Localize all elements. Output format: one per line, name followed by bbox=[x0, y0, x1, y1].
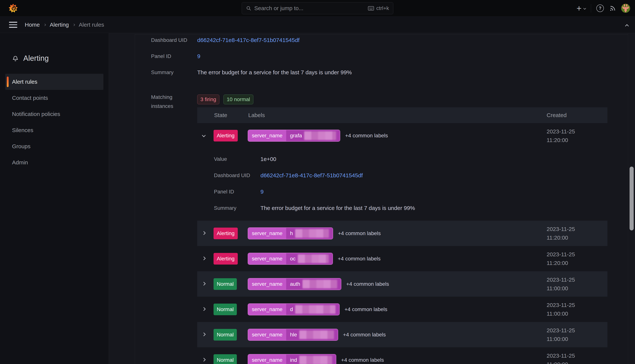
created-timestamp: 2023-11-2511:00:00 bbox=[546, 326, 575, 343]
normal-count-badge: 10 normal bbox=[224, 94, 253, 104]
column-header-created: Created bbox=[546, 112, 567, 118]
common-labels: +4 common labels bbox=[338, 256, 380, 262]
sidebar-item-admin[interactable]: Admin bbox=[5, 154, 104, 170]
new-button[interactable]: + bbox=[576, 4, 586, 12]
scrollbar bbox=[628, 33, 635, 364]
sidebar-nav: Alert rules Contact points Notification … bbox=[0, 74, 109, 170]
sidebar: Alerting Alert rules Contact points Noti… bbox=[0, 33, 109, 364]
common-labels: +4 common labels bbox=[346, 281, 389, 287]
field-label: Dashboard UID bbox=[151, 36, 197, 44]
created-timestamp: 2023-11-2511:20:00 bbox=[546, 127, 575, 144]
created-timestamp: 2023-11-2511:00:00 bbox=[546, 301, 575, 318]
column-header-labels: Labels bbox=[248, 112, 265, 118]
table-row[interactable]: Alerting server_name oc +4 common labels… bbox=[197, 246, 608, 271]
table-row[interactable]: Alerting server_name grafa +4 common lab… bbox=[197, 123, 608, 221]
help-icon[interactable]: ? bbox=[596, 4, 604, 12]
breadcrumb-home[interactable]: Home bbox=[25, 22, 40, 28]
search-placeholder: Search or jump to... bbox=[254, 5, 365, 12]
table-row[interactable]: Normal server_name hle +4 common labels … bbox=[197, 322, 608, 347]
label-pill[interactable]: server_name d bbox=[248, 304, 340, 316]
nav-actions: + ? bbox=[576, 0, 630, 16]
avatar[interactable] bbox=[621, 4, 630, 13]
summary-value: The error budget for a service for the l… bbox=[260, 204, 415, 212]
sidebar-item-alert-rules[interactable]: Alert rules bbox=[5, 74, 104, 90]
chevron-right-icon[interactable] bbox=[202, 332, 206, 336]
label-pill[interactable]: server_name hle bbox=[248, 329, 338, 341]
sidebar-item-contact-points[interactable]: Contact points bbox=[5, 90, 104, 106]
common-labels: +4 common labels bbox=[344, 306, 387, 312]
field-label: Panel ID bbox=[151, 52, 197, 60]
instance-details: Value 1e+00 Dashboard UID d66242cf-71e8-… bbox=[214, 155, 415, 220]
scrollbar-thumb[interactable] bbox=[630, 166, 634, 230]
status-badge: Alerting bbox=[214, 253, 238, 264]
common-labels: +4 common labels bbox=[338, 230, 381, 236]
label-pill[interactable]: server_name h bbox=[248, 228, 333, 240]
redacted-label bbox=[298, 254, 329, 263]
status-badge: Normal bbox=[214, 278, 237, 290]
redacted-label bbox=[295, 305, 336, 314]
rule-detail-fields: Dashboard UID d66242cf-71e8-417c-8ef7-51… bbox=[151, 36, 352, 84]
label-pill[interactable]: server_name oc bbox=[248, 253, 333, 265]
grafana-logo[interactable] bbox=[8, 4, 18, 13]
search-icon bbox=[246, 6, 251, 11]
table-row[interactable]: Normal server_name ind +4 common labels … bbox=[197, 347, 608, 364]
chevron-right-icon[interactable] bbox=[202, 358, 206, 362]
panel-id-link[interactable]: 9 bbox=[260, 188, 264, 195]
dashboard-uid-link[interactable]: d66242cf-71e8-417c-8ef7-51b0741545df bbox=[260, 172, 363, 178]
column-header-state: State bbox=[214, 112, 227, 118]
chevron-up-icon[interactable] bbox=[625, 24, 629, 28]
breadcrumb: Home Alerting Alert rules bbox=[25, 22, 104, 28]
created-timestamp: 2023-11-2511:20:00 bbox=[546, 225, 575, 242]
redacted-label bbox=[295, 229, 329, 238]
menu-icon[interactable] bbox=[9, 22, 17, 28]
breadcrumb-bar: Home Alerting Alert rules bbox=[0, 16, 635, 33]
matching-instances-label: Matching instances bbox=[151, 93, 188, 111]
label-pill[interactable]: server_name auth bbox=[248, 278, 341, 290]
plus-icon: + bbox=[576, 4, 582, 12]
breadcrumb-current: Alert rules bbox=[79, 22, 104, 28]
status-badge: Normal bbox=[214, 329, 237, 340]
sidebar-title: Alerting bbox=[0, 54, 109, 62]
summary-value: The error budget for a service for the l… bbox=[197, 68, 352, 76]
chevron-right-icon[interactable] bbox=[202, 282, 206, 286]
table-row[interactable]: Alerting server_name h +4 common labels … bbox=[197, 221, 608, 246]
common-labels: +4 common labels bbox=[345, 133, 388, 139]
status-badge: Alerting bbox=[214, 228, 238, 239]
table-row[interactable]: Normal server_name d +4 common labels 20… bbox=[197, 297, 608, 322]
top-nav: Search or jump to... ctrl+k + ? bbox=[0, 0, 635, 16]
field-label: Summary bbox=[151, 68, 197, 76]
label-pill[interactable]: server_name ind bbox=[248, 354, 336, 364]
common-labels: +4 common labels bbox=[343, 332, 386, 338]
rss-icon[interactable] bbox=[609, 5, 616, 12]
redacted-label bbox=[299, 356, 332, 364]
chevron-right-icon[interactable] bbox=[202, 307, 206, 311]
table-row[interactable]: Normal server_name auth +4 common labels… bbox=[197, 271, 608, 297]
sidebar-item-groups[interactable]: Groups bbox=[5, 138, 104, 154]
common-labels: +4 common labels bbox=[341, 357, 384, 363]
created-timestamp: 2023-11-2511:00:00 bbox=[546, 276, 575, 293]
bell-icon bbox=[12, 55, 19, 62]
content-area: Alerting Alert rules Contact points Noti… bbox=[0, 33, 635, 364]
chevron-right-icon[interactable] bbox=[202, 231, 206, 235]
redacted-label bbox=[299, 330, 334, 339]
created-timestamp: 2023-11-2511:20:00 bbox=[546, 250, 575, 267]
status-badge: Normal bbox=[214, 354, 237, 364]
firing-count-badge: 3 firing bbox=[197, 94, 219, 104]
label-pill[interactable]: server_name grafa bbox=[248, 130, 340, 142]
search-shortcut: ctrl+k bbox=[368, 5, 389, 11]
dashboard-uid-link[interactable]: d66242cf-71e8-417c-8ef7-51b0741545df bbox=[197, 37, 300, 43]
chevron-right-icon[interactable] bbox=[202, 256, 206, 260]
status-badge: Alerting bbox=[214, 130, 238, 142]
breadcrumb-alerting[interactable]: Alerting bbox=[50, 22, 69, 28]
sidebar-item-notification-policies[interactable]: Notification policies bbox=[5, 106, 104, 122]
keyboard-icon bbox=[368, 6, 374, 10]
value-field: 1e+00 bbox=[260, 155, 415, 163]
table-header: State Labels Created bbox=[197, 107, 608, 123]
search-input[interactable]: Search or jump to... ctrl+k bbox=[242, 2, 393, 14]
redacted-label bbox=[302, 280, 337, 288]
panel-id-link[interactable]: 9 bbox=[197, 53, 200, 59]
sidebar-item-silences[interactable]: Silences bbox=[5, 122, 104, 138]
redacted-label bbox=[304, 131, 336, 140]
matching-instances-table: State Labels Created Alerting server_nam… bbox=[197, 107, 608, 364]
chevron-down-icon[interactable] bbox=[202, 134, 206, 137]
